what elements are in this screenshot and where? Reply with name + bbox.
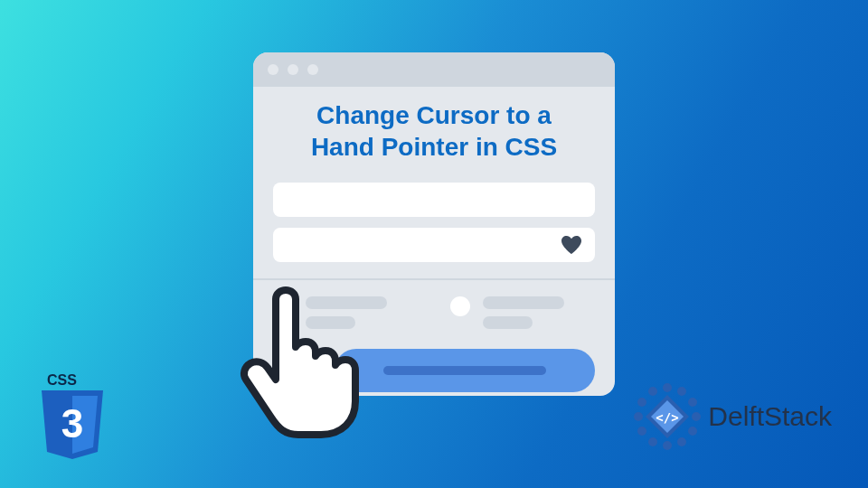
- window-control-dot: [268, 64, 278, 75]
- placeholder-lines: [483, 296, 564, 329]
- heart-icon: [561, 235, 582, 255]
- css-badge-number: 3: [61, 401, 83, 446]
- svg-point-11: [648, 387, 657, 396]
- radio-option-2: [450, 296, 564, 329]
- svg-point-7: [648, 437, 657, 446]
- window-control-dot: [288, 64, 298, 75]
- page-title: Change Cursor to a Hand Pointer in CSS: [253, 87, 615, 172]
- text-field-2: [273, 228, 595, 262]
- title-line-2: Hand Pointer in CSS: [275, 131, 593, 163]
- css3-logo: CSS 3: [36, 372, 108, 463]
- radio-unchecked-icon: [450, 296, 470, 316]
- delftstack-logo: </> DelftStack: [632, 381, 832, 452]
- title-line-1: Change Cursor to a: [275, 99, 593, 131]
- delftstack-emblem-icon: </>: [632, 381, 703, 452]
- hand-pointer-cursor-icon: [235, 286, 371, 439]
- brand-name: DelftStack: [708, 401, 832, 432]
- browser-window-illustration: Change Cursor to a Hand Pointer in CSS: [253, 52, 615, 396]
- text-field-1: [273, 183, 595, 217]
- svg-text:</>: </>: [656, 410, 679, 425]
- svg-point-4: [688, 427, 697, 436]
- svg-point-6: [663, 441, 672, 450]
- svg-point-9: [634, 412, 643, 421]
- window-control-dot: [307, 64, 318, 75]
- window-titlebar: [253, 52, 615, 87]
- svg-point-3: [692, 412, 701, 421]
- button-label-placeholder: [383, 366, 546, 375]
- svg-point-2: [688, 398, 697, 407]
- svg-point-8: [637, 427, 646, 436]
- svg-point-10: [637, 398, 646, 407]
- svg-point-0: [663, 383, 672, 392]
- svg-point-1: [677, 387, 686, 396]
- svg-point-5: [677, 437, 686, 446]
- submit-button-illustration: [335, 349, 595, 392]
- css-badge-text: CSS: [47, 372, 77, 388]
